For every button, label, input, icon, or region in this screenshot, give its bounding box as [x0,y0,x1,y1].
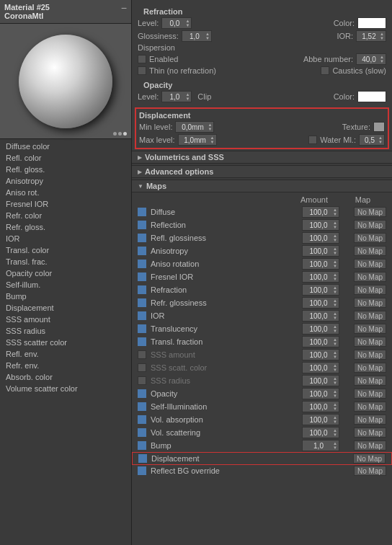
no-map-button[interactable]: No Map [354,440,386,451]
map-amount-input[interactable]: 100,0▲▼ [302,362,339,373]
map-checkbox[interactable] [138,363,146,372]
map-amount-input[interactable]: 100,0▲▼ [302,414,339,425]
map-row-check[interactable] [138,350,151,359]
no-map-button[interactable]: No Map [354,376,386,386]
refraction-ior-input[interactable]: 1,52 ▲▼ [356,30,386,42]
water-ml-checkbox[interactable] [308,136,317,144]
map-checkbox[interactable] [138,221,146,229]
map-checkbox[interactable] [138,247,146,255]
map-checkbox[interactable] [138,324,146,333]
map-row-check[interactable] [138,415,151,424]
no-map-button[interactable]: No Map [354,350,386,360]
map-checkbox[interactable] [138,376,146,385]
map-row-check[interactable] [138,441,151,450]
channel-item[interactable]: Self-illum. [0,279,131,291]
opacity-level-input[interactable]: 1,0 ▲▼ [161,91,192,102]
volumetrics-header[interactable]: ▶ Volumetrics and SSS [132,151,392,164]
map-row-check[interactable] [138,389,151,398]
map-checkbox[interactable] [138,208,146,216]
no-map-button[interactable]: No Map [354,285,386,295]
map-row-check[interactable] [138,402,151,411]
advanced-header[interactable]: ▶ Advanced options [132,165,392,178]
map-row-check[interactable] [138,298,151,307]
texture-swatch[interactable] [373,122,385,132]
map-amount-input[interactable]: 1,0▲▼ [302,440,339,451]
channel-item[interactable]: Refr. color [0,210,131,221]
no-map-button[interactable]: No Map [354,324,386,334]
map-checkbox[interactable] [138,337,146,346]
map-checkbox[interactable] [138,311,146,320]
map-amount-input[interactable]: 100,0▲▼ [302,297,339,309]
map-amount-input[interactable]: 100,0▲▼ [302,310,339,322]
map-checkbox[interactable] [138,285,146,294]
dispersion-enabled-checkbox[interactable] [138,55,146,63]
map-amount-input[interactable]: 100,0▲▼ [302,284,339,296]
no-map-button[interactable]: No Map [354,246,386,256]
map-checkbox[interactable] [138,415,146,424]
no-map-button[interactable]: No Map [354,272,386,282]
channel-item[interactable]: Displacement [0,302,131,314]
map-amount-input[interactable]: 100,0▲▼ [302,219,339,231]
channel-item[interactable]: Refr. gloss. [0,221,131,233]
map-row-check[interactable] [138,454,151,463]
channel-item[interactable]: Aniso rot. [0,187,131,198]
map-row-check[interactable] [138,337,151,346]
channel-item[interactable]: SSS scatter color [0,337,131,348]
refraction-level-input[interactable]: 0,0 ▲▼ [161,17,192,29]
thin-checkbox[interactable] [138,66,146,75]
no-map-button[interactable]: No Map [353,453,386,464]
no-map-button[interactable]: No Map [354,233,386,243]
map-checkbox[interactable] [138,428,146,437]
channel-item[interactable]: Fresnel IOR [0,198,131,210]
map-row-check[interactable] [138,272,151,281]
map-checkbox[interactable] [138,260,146,268]
map-row-check[interactable] [138,324,151,333]
map-amount-input[interactable]: 100,0▲▼ [302,349,339,360]
map-amount-input[interactable]: 100,0▲▼ [302,427,339,438]
channel-item[interactable]: IOR [0,233,131,244]
map-row-check[interactable] [138,260,151,268]
map-row-check[interactable] [138,285,151,294]
map-row-check[interactable] [138,428,151,437]
no-map-button[interactable]: No Map [354,337,386,347]
maps-header[interactable]: ▼ Maps [132,180,392,192]
channel-item[interactable]: Diffuse color [0,141,131,152]
opacity-color-swatch[interactable] [357,91,386,102]
no-map-button[interactable]: No Map [354,298,386,308]
map-amount-input[interactable]: 100,0▲▼ [302,401,339,412]
map-amount-input[interactable]: 100,0▲▼ [302,271,339,283]
channel-item[interactable]: Transl. color [0,244,131,256]
map-amount-input[interactable]: 100,0▲▼ [302,375,339,386]
map-row-check[interactable] [138,221,151,229]
channel-item[interactable]: Refl. gloss. [0,164,131,175]
no-map-button[interactable]: No Map [354,466,386,476]
channel-item[interactable]: Opacity color [0,267,131,279]
map-checkbox[interactable] [138,272,146,281]
channel-item[interactable]: Refl. color [0,152,131,164]
no-map-button[interactable]: No Map [354,311,386,321]
no-map-button[interactable]: No Map [354,402,386,412]
map-checkbox[interactable] [138,441,146,450]
channel-item[interactable]: Anisotropy [0,175,131,187]
max-level-input[interactable]: 1,0mm ▲▼ [178,134,217,146]
map-amount-input[interactable]: 100,0▲▼ [302,323,339,334]
map-row-check[interactable] [138,247,151,255]
no-map-button[interactable]: No Map [354,220,386,230]
channel-item[interactable]: Absorb. color [0,371,131,383]
no-map-button[interactable]: No Map [354,207,386,217]
map-checkbox[interactable] [138,454,147,463]
map-checkbox[interactable] [138,389,146,398]
map-row-check[interactable] [138,208,151,216]
map-checkbox[interactable] [138,234,146,242]
map-amount-input[interactable]: 100,0▲▼ [302,206,339,218]
channel-item[interactable]: Volume scatter color [0,383,131,394]
channel-item[interactable]: SSS radius [0,325,131,337]
no-map-button[interactable]: No Map [354,363,386,373]
channel-item[interactable]: Refl. env. [0,348,131,360]
refraction-color-swatch[interactable] [357,17,386,29]
map-row-check[interactable] [138,363,151,372]
refraction-glossiness-input[interactable]: 1,0 ▲▼ [182,30,212,42]
caustics-checkbox[interactable] [321,66,329,75]
map-amount-input[interactable]: 100,0▲▼ [302,388,339,399]
no-map-button[interactable]: No Map [354,427,386,438]
